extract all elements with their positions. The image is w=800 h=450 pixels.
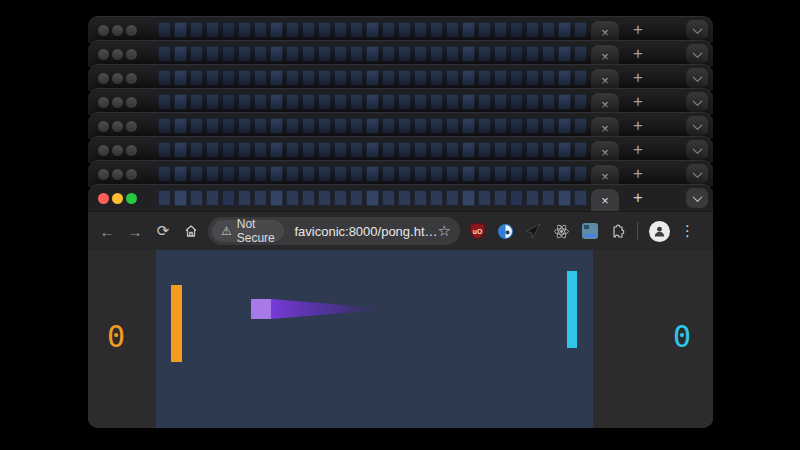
- tab-favicon[interactable]: [318, 46, 331, 62]
- background-browser-window[interactable]: × +: [88, 64, 713, 91]
- tab-favicon[interactable]: [334, 190, 347, 206]
- tab-favicon[interactable]: [350, 142, 363, 158]
- tab-favicon[interactable]: [558, 118, 571, 134]
- tab-favicon[interactable]: [206, 190, 219, 206]
- tab-favicon[interactable]: [318, 22, 331, 38]
- close-tab-icon[interactable]: ×: [601, 26, 609, 39]
- tab-favicon[interactable]: [206, 118, 219, 134]
- tab-favicon[interactable]: [446, 190, 459, 206]
- forward-button[interactable]: →: [122, 218, 148, 244]
- profile-avatar[interactable]: [649, 221, 670, 242]
- tab-favicon[interactable]: [478, 22, 491, 38]
- tab-favicon[interactable]: [158, 22, 171, 38]
- tab-favicon[interactable]: [462, 94, 475, 110]
- pong-canvas[interactable]: [156, 250, 593, 428]
- tab-favicon[interactable]: [174, 22, 187, 38]
- tab-favicon[interactable]: [462, 70, 475, 86]
- tab-favicon[interactable]: [334, 166, 347, 182]
- tab-favicon[interactable]: [542, 70, 555, 86]
- tab-favicon[interactable]: [478, 118, 491, 134]
- active-tab[interactable]: ×: [591, 189, 619, 211]
- zoom-window-button[interactable]: [126, 97, 137, 108]
- tab-favicon[interactable]: [446, 94, 459, 110]
- tab-favicon[interactable]: [206, 166, 219, 182]
- tab-overflow-button[interactable]: [686, 164, 708, 184]
- home-button[interactable]: [178, 218, 204, 244]
- tab-favicon[interactable]: [574, 22, 587, 38]
- tab-favicon[interactable]: [158, 70, 171, 86]
- tab-favicon[interactable]: [222, 70, 235, 86]
- tab-favicon[interactable]: [318, 94, 331, 110]
- tab-favicon[interactable]: [206, 94, 219, 110]
- tab-overflow-button[interactable]: [686, 68, 708, 88]
- tab-favicon[interactable]: [382, 190, 395, 206]
- tab-favicon[interactable]: [302, 142, 315, 158]
- close-tab-icon[interactable]: ×: [601, 50, 609, 63]
- zoom-window-button[interactable]: [126, 121, 137, 132]
- tab-favicon[interactable]: [446, 166, 459, 182]
- tab-favicon[interactable]: [510, 118, 523, 134]
- tab-favicon[interactable]: [174, 118, 187, 134]
- tab-favicon[interactable]: [494, 70, 507, 86]
- tab-favicon[interactable]: [350, 22, 363, 38]
- tab-favicon[interactable]: [366, 94, 379, 110]
- tab-favicon[interactable]: [318, 190, 331, 206]
- tab-favicon[interactable]: [190, 22, 203, 38]
- background-browser-window[interactable]: × +: [88, 40, 713, 67]
- tab-favicon[interactable]: [158, 142, 171, 158]
- reload-button[interactable]: ⟳: [150, 218, 176, 244]
- tab-favicon[interactable]: [366, 22, 379, 38]
- tab-favicon[interactable]: [254, 190, 267, 206]
- tab-favicon[interactable]: [398, 94, 411, 110]
- background-browser-window[interactable]: × +: [88, 136, 713, 163]
- tab-favicon[interactable]: [174, 46, 187, 62]
- tab-favicon[interactable]: [382, 166, 395, 182]
- tab-favicon[interactable]: [478, 166, 491, 182]
- tab-overflow-button[interactable]: [686, 20, 708, 40]
- tab-favicon[interactable]: [302, 70, 315, 86]
- tab-favicon[interactable]: [174, 190, 187, 206]
- cursor-pin-extension-icon[interactable]: [525, 223, 542, 240]
- tab-favicon[interactable]: [270, 70, 283, 86]
- tab-favicon[interactable]: [334, 118, 347, 134]
- minimize-window-button[interactable]: [112, 169, 123, 180]
- tab-favicon[interactable]: [206, 142, 219, 158]
- tab-favicon[interactable]: [478, 190, 491, 206]
- tab-favicon[interactable]: [574, 118, 587, 134]
- tab-favicon[interactable]: [174, 94, 187, 110]
- tab-favicon[interactable]: [526, 118, 539, 134]
- tab-favicon[interactable]: [446, 22, 459, 38]
- tab-favicon[interactable]: [462, 166, 475, 182]
- extensions-menu-icon[interactable]: [609, 223, 626, 240]
- tab-favicon[interactable]: [206, 46, 219, 62]
- tab-favicon[interactable]: [542, 46, 555, 62]
- tab-favicon[interactable]: [158, 118, 171, 134]
- tab-favicon[interactable]: [414, 94, 427, 110]
- security-chip[interactable]: ⚠ Not Secure: [212, 220, 284, 242]
- tab-favicon[interactable]: [238, 190, 251, 206]
- tab-overflow-button[interactable]: [686, 188, 708, 208]
- close-window-button[interactable]: [98, 193, 109, 204]
- tab-favicon[interactable]: [350, 190, 363, 206]
- tab-favicon[interactable]: [302, 94, 315, 110]
- close-tab-icon[interactable]: ×: [601, 170, 609, 183]
- tab-favicon[interactable]: [174, 142, 187, 158]
- tab-favicon[interactable]: [254, 46, 267, 62]
- minimize-window-button[interactable]: [112, 121, 123, 132]
- tab-favicon[interactable]: [574, 70, 587, 86]
- tab-favicon[interactable]: [494, 118, 507, 134]
- close-window-button[interactable]: [98, 73, 109, 84]
- tab-favicon[interactable]: [286, 142, 299, 158]
- tab-favicon[interactable]: [270, 190, 283, 206]
- tab-favicon[interactable]: [526, 94, 539, 110]
- tab-favicon[interactable]: [574, 166, 587, 182]
- tab-favicon[interactable]: [494, 46, 507, 62]
- tab-favicon[interactable]: [318, 166, 331, 182]
- tab-favicon[interactable]: [526, 142, 539, 158]
- tab-favicon[interactable]: [270, 22, 283, 38]
- tab-favicon[interactable]: [302, 22, 315, 38]
- tab-favicon[interactable]: [366, 46, 379, 62]
- tab-favicon[interactable]: [478, 142, 491, 158]
- tab-favicon[interactable]: [446, 118, 459, 134]
- tab-favicon[interactable]: [350, 118, 363, 134]
